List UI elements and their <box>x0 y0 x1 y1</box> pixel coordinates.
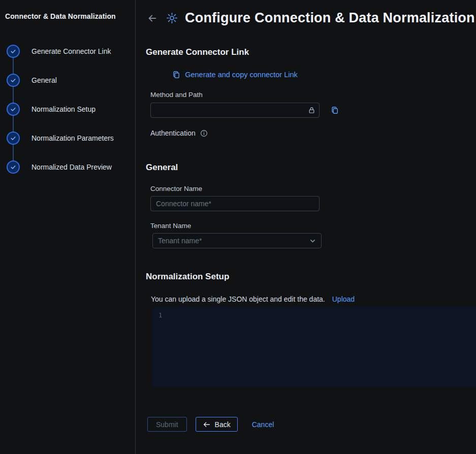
method-and-path-input[interactable] <box>150 103 320 118</box>
page-header: Configure Connection & Data Normalizatio… <box>146 10 476 26</box>
back-button[interactable]: Back <box>196 417 238 432</box>
copy-method-path-button[interactable] <box>330 105 340 115</box>
lock-icon <box>308 107 315 114</box>
upload-link[interactable]: Upload <box>332 295 355 303</box>
connector-name-input[interactable] <box>150 196 320 211</box>
upload-hint-text: You can upload a single JSON object and … <box>151 295 325 303</box>
sidebar-title: Connector & Data Normalization <box>5 12 129 20</box>
wizard-stepper: Generate Connector Link General Normaliz… <box>5 37 129 181</box>
step-label: Normalization Setup <box>31 105 96 113</box>
step-item-general[interactable]: General <box>7 66 129 94</box>
section-heading-normalization-setup: Normalization Setup <box>146 272 476 282</box>
step-label: Normalized Data Preview <box>31 163 112 171</box>
step-label: General <box>31 76 57 84</box>
tenant-name-select[interactable]: Tenant name* <box>152 233 322 248</box>
back-arrow-icon <box>203 420 211 429</box>
footer-actions: Submit Back Cancel <box>147 417 476 432</box>
check-circle-icon <box>7 45 20 58</box>
step-label: Generate Connector Link <box>31 47 111 55</box>
main-panel: Configure Connection & Data Normalizatio… <box>136 0 476 454</box>
generate-copy-connector-link-label: Generate and copy connector Link <box>185 71 298 79</box>
section-heading-general: General <box>146 163 476 173</box>
page-title: Configure Connection & Data Normalizatio… <box>185 10 475 26</box>
step-item-normalization-setup[interactable]: Normalization Setup <box>7 94 129 123</box>
check-circle-icon <box>7 74 20 87</box>
gear-icon <box>166 12 178 24</box>
wizard-sidebar: Connector & Data Normalization Generate … <box>0 0 136 454</box>
json-editor[interactable]: 1 <box>152 307 476 387</box>
step-label: Normalization Parameters <box>31 134 114 142</box>
tenant-name-select-value: Tenant name* <box>158 237 202 245</box>
editor-line-number: 1 <box>158 312 162 319</box>
tenant-name-label: Tenant Name <box>150 222 320 230</box>
step-item-normalization-parameters[interactable]: Normalization Parameters <box>7 123 129 152</box>
back-button-label: Back <box>215 420 231 429</box>
check-circle-icon <box>7 132 20 145</box>
copy-icon <box>172 71 180 79</box>
info-icon[interactable] <box>200 129 208 137</box>
generate-copy-connector-link[interactable]: Generate and copy connector Link <box>150 71 320 79</box>
check-circle-icon <box>7 103 20 116</box>
chevron-down-icon <box>309 237 316 245</box>
method-and-path-label: Method and Path <box>150 91 320 99</box>
section-heading-generate-connector-link: Generate Connector Link <box>146 47 476 57</box>
step-item-normalized-data-preview[interactable]: Normalized Data Preview <box>7 152 129 181</box>
connector-name-label: Connector Name <box>150 185 320 192</box>
cancel-button[interactable]: Cancel <box>250 420 276 429</box>
step-item-generate-connector-link[interactable]: Generate Connector Link <box>7 37 129 66</box>
back-arrow-icon[interactable] <box>146 12 159 25</box>
submit-button[interactable]: Submit <box>147 417 187 432</box>
authentication-label: Authentication <box>150 129 196 137</box>
check-circle-icon <box>7 160 20 174</box>
